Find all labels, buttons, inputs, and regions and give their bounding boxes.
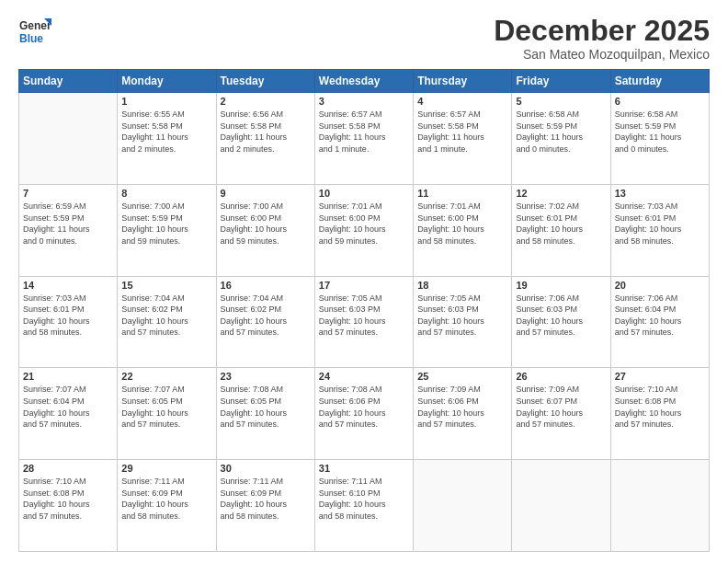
header: General Blue December 2025 San Mateo Moz… [18,15,710,62]
calendar-cell: 23Sunrise: 7:08 AM Sunset: 6:05 PM Dayli… [216,368,314,460]
calendar-cell: 21Sunrise: 7:07 AM Sunset: 6:04 PM Dayli… [19,368,118,460]
calendar-cell: 25Sunrise: 7:09 AM Sunset: 6:06 PM Dayli… [414,368,512,460]
calendar-cell: 19Sunrise: 7:06 AM Sunset: 6:03 PM Dayli… [512,276,610,368]
calendar-table: SundayMondayTuesdayWednesdayThursdayFrid… [18,69,710,552]
day-number: 5 [516,96,606,107]
calendar-week-5: 28Sunrise: 7:10 AM Sunset: 6:08 PM Dayli… [19,460,710,552]
calendar-cell: 3Sunrise: 6:57 AM Sunset: 5:58 PM Daylig… [314,93,413,185]
calendar-cell: 31Sunrise: 7:11 AM Sunset: 6:10 PM Dayli… [314,460,413,552]
day-info: Sunrise: 7:11 AM Sunset: 6:10 PM Dayligh… [319,476,409,522]
calendar-weekday-thursday: Thursday [414,70,512,93]
calendar-cell: 29Sunrise: 7:11 AM Sunset: 6:09 PM Dayli… [118,460,216,552]
day-info: Sunrise: 7:06 AM Sunset: 6:03 PM Dayligh… [516,293,606,339]
calendar-cell: 18Sunrise: 7:05 AM Sunset: 6:03 PM Dayli… [414,276,512,368]
calendar-cell [19,93,118,185]
subtitle: San Mateo Mozoquilpan, Mexico [494,47,710,62]
calendar-cell: 4Sunrise: 6:57 AM Sunset: 5:58 PM Daylig… [414,93,512,185]
day-number: 14 [23,280,113,291]
day-number: 31 [319,463,409,474]
calendar-cell: 12Sunrise: 7:02 AM Sunset: 6:01 PM Dayli… [512,184,610,276]
day-number: 9 [221,188,311,199]
day-number: 15 [121,280,211,291]
day-number: 7 [23,188,113,199]
day-info: Sunrise: 6:58 AM Sunset: 5:59 PM Dayligh… [615,109,705,155]
calendar-cell: 10Sunrise: 7:01 AM Sunset: 6:00 PM Dayli… [314,184,413,276]
calendar-weekday-friday: Friday [512,70,610,93]
day-info: Sunrise: 6:57 AM Sunset: 5:58 PM Dayligh… [417,109,507,155]
calendar-cell: 27Sunrise: 7:10 AM Sunset: 6:08 PM Dayli… [610,368,709,460]
main-title: December 2025 [494,15,710,47]
calendar-weekday-tuesday: Tuesday [216,70,314,93]
day-number: 29 [121,463,211,474]
title-block: December 2025 San Mateo Mozoquilpan, Mex… [494,15,710,62]
day-number: 22 [121,371,211,382]
day-info: Sunrise: 7:10 AM Sunset: 6:08 PM Dayligh… [23,476,113,522]
day-info: Sunrise: 7:02 AM Sunset: 6:01 PM Dayligh… [516,201,606,247]
calendar-header-row: SundayMondayTuesdayWednesdayThursdayFrid… [19,70,710,93]
day-info: Sunrise: 7:06 AM Sunset: 6:04 PM Dayligh… [615,293,705,339]
calendar-cell [414,460,512,552]
calendar-cell: 14Sunrise: 7:03 AM Sunset: 6:01 PM Dayli… [19,276,118,368]
day-number: 6 [615,96,705,107]
calendar-cell: 20Sunrise: 7:06 AM Sunset: 6:04 PM Dayli… [610,276,709,368]
day-info: Sunrise: 6:58 AM Sunset: 5:59 PM Dayligh… [516,109,606,155]
day-number: 26 [516,371,606,382]
day-number: 4 [417,96,507,107]
day-info: Sunrise: 7:10 AM Sunset: 6:08 PM Dayligh… [615,384,705,430]
logo: General Blue [18,15,51,48]
day-number: 18 [417,280,507,291]
day-number: 11 [417,188,507,199]
day-info: Sunrise: 6:55 AM Sunset: 5:58 PM Dayligh… [121,109,211,155]
day-number: 23 [221,371,311,382]
logo-svg: General Blue [18,15,51,48]
day-info: Sunrise: 7:00 AM Sunset: 6:00 PM Dayligh… [221,201,311,247]
calendar-cell: 24Sunrise: 7:08 AM Sunset: 6:06 PM Dayli… [314,368,413,460]
calendar-cell [512,460,610,552]
calendar-cell: 11Sunrise: 7:01 AM Sunset: 6:00 PM Dayli… [414,184,512,276]
calendar-weekday-sunday: Sunday [19,70,118,93]
calendar-cell: 17Sunrise: 7:05 AM Sunset: 6:03 PM Dayli… [314,276,413,368]
svg-text:Blue: Blue [19,32,43,45]
day-info: Sunrise: 7:07 AM Sunset: 6:05 PM Dayligh… [121,384,211,430]
day-number: 13 [615,188,705,199]
calendar-weekday-wednesday: Wednesday [314,70,413,93]
day-number: 8 [121,188,211,199]
day-info: Sunrise: 7:04 AM Sunset: 6:02 PM Dayligh… [221,293,311,339]
day-info: Sunrise: 7:09 AM Sunset: 6:06 PM Dayligh… [417,384,507,430]
day-info: Sunrise: 7:09 AM Sunset: 6:07 PM Dayligh… [516,384,606,430]
day-info: Sunrise: 7:00 AM Sunset: 5:59 PM Dayligh… [121,201,211,247]
day-info: Sunrise: 7:07 AM Sunset: 6:04 PM Dayligh… [23,384,113,430]
day-number: 2 [221,96,311,107]
day-number: 28 [23,463,113,474]
calendar-cell: 2Sunrise: 6:56 AM Sunset: 5:58 PM Daylig… [216,93,314,185]
calendar-cell: 28Sunrise: 7:10 AM Sunset: 6:08 PM Dayli… [19,460,118,552]
calendar-cell: 26Sunrise: 7:09 AM Sunset: 6:07 PM Dayli… [512,368,610,460]
day-number: 12 [516,188,606,199]
calendar-weekday-monday: Monday [118,70,216,93]
day-number: 3 [319,96,409,107]
calendar-week-2: 7Sunrise: 6:59 AM Sunset: 5:59 PM Daylig… [19,184,710,276]
calendar-week-1: 1Sunrise: 6:55 AM Sunset: 5:58 PM Daylig… [19,93,710,185]
page: General Blue December 2025 San Mateo Moz… [0,0,728,563]
svg-text:General: General [19,19,51,32]
calendar-weekday-saturday: Saturday [610,70,709,93]
day-number: 20 [615,280,705,291]
calendar-week-3: 14Sunrise: 7:03 AM Sunset: 6:01 PM Dayli… [19,276,710,368]
day-number: 21 [23,371,113,382]
calendar-cell: 8Sunrise: 7:00 AM Sunset: 5:59 PM Daylig… [118,184,216,276]
day-info: Sunrise: 7:08 AM Sunset: 6:06 PM Dayligh… [319,384,409,430]
day-info: Sunrise: 7:08 AM Sunset: 6:05 PM Dayligh… [221,384,311,430]
day-number: 30 [221,463,311,474]
day-number: 25 [417,371,507,382]
calendar-cell: 16Sunrise: 7:04 AM Sunset: 6:02 PM Dayli… [216,276,314,368]
calendar-cell: 1Sunrise: 6:55 AM Sunset: 5:58 PM Daylig… [118,93,216,185]
day-info: Sunrise: 7:11 AM Sunset: 6:09 PM Dayligh… [121,476,211,522]
calendar-cell: 22Sunrise: 7:07 AM Sunset: 6:05 PM Dayli… [118,368,216,460]
day-number: 16 [221,280,311,291]
day-info: Sunrise: 6:59 AM Sunset: 5:59 PM Dayligh… [23,201,113,247]
day-number: 24 [319,371,409,382]
calendar-cell: 7Sunrise: 6:59 AM Sunset: 5:59 PM Daylig… [19,184,118,276]
day-number: 17 [319,280,409,291]
calendar-cell: 30Sunrise: 7:11 AM Sunset: 6:09 PM Dayli… [216,460,314,552]
day-info: Sunrise: 7:03 AM Sunset: 6:01 PM Dayligh… [23,293,113,339]
